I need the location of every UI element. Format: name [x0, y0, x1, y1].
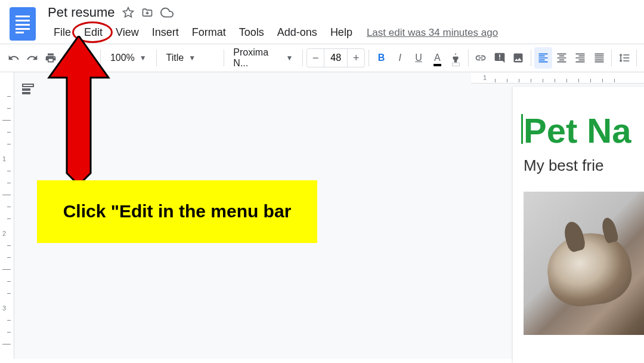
svg-marker-4: [49, 36, 109, 185]
font-select[interactable]: Proxima N...▼: [227, 47, 299, 69]
vertical-ruler: 1 2 3: [0, 72, 14, 359]
image-button[interactable]: [509, 47, 527, 69]
menu-tools[interactable]: Tools: [233, 24, 270, 41]
document-page[interactable]: Pet Na My best frie: [513, 87, 644, 363]
text-color-button[interactable]: A: [429, 47, 446, 69]
move-icon[interactable]: [141, 7, 153, 19]
font-size-value[interactable]: 48: [324, 49, 348, 67]
style-select[interactable]: Title▼: [160, 47, 220, 69]
page-title-text[interactable]: Pet Na: [524, 110, 644, 150]
align-justify-button[interactable]: [590, 47, 608, 69]
font-size-decrease[interactable]: −: [307, 49, 324, 67]
svg-rect-1: [23, 84, 33, 87]
google-docs-icon[interactable]: [10, 7, 36, 41]
font-size-increase[interactable]: +: [348, 49, 364, 67]
svg-rect-2: [23, 89, 30, 90]
svg-rect-3: [23, 93, 30, 94]
bold-button[interactable]: B: [373, 47, 390, 69]
horizontal-ruler: 1: [471, 73, 644, 84]
outline-icon[interactable]: [21, 82, 35, 96]
svg-marker-0: [123, 8, 133, 17]
align-right-button[interactable]: [572, 47, 589, 69]
menu-help[interactable]: Help: [324, 24, 358, 41]
undo-button[interactable]: [5, 47, 22, 69]
menu-view[interactable]: View: [110, 24, 145, 41]
italic-button[interactable]: I: [391, 47, 408, 69]
star-icon[interactable]: [122, 7, 134, 19]
highlight-button[interactable]: [447, 47, 465, 69]
underline-button[interactable]: U: [410, 47, 427, 69]
align-left-button[interactable]: [534, 47, 552, 69]
menu-bar: File Edit View Insert Format Tools Add-o…: [48, 24, 498, 41]
cloud-icon[interactable]: [160, 6, 174, 19]
redo-button[interactable]: [23, 47, 41, 69]
page-subtitle-text[interactable]: My best frie: [524, 156, 644, 175]
menu-insert[interactable]: Insert: [146, 24, 185, 41]
line-spacing-button[interactable]: [615, 47, 633, 69]
align-center-button[interactable]: [553, 47, 571, 69]
menu-format[interactable]: Format: [186, 24, 232, 41]
annotation-arrow: [43, 36, 114, 185]
document-title[interactable]: Pet resume: [48, 5, 115, 20]
pet-image: [524, 192, 644, 335]
menu-addons[interactable]: Add-ons: [271, 24, 323, 41]
link-button[interactable]: [472, 47, 490, 69]
annotation-callout: Click "Edit in the menu bar: [37, 180, 317, 243]
font-size-control: − 48 +: [306, 48, 365, 67]
comment-button[interactable]: [491, 47, 508, 69]
last-edit-link[interactable]: Last edit was 34 minutes ago: [367, 24, 498, 41]
